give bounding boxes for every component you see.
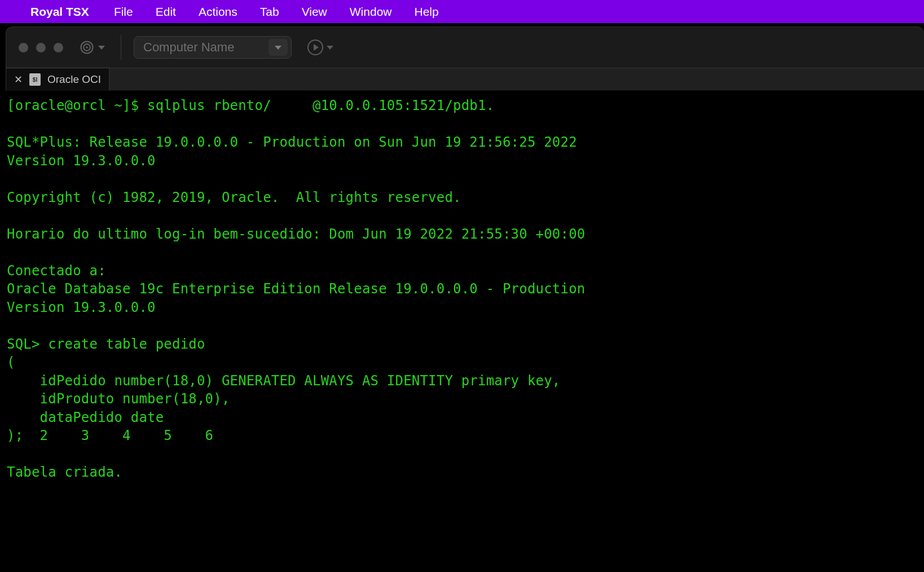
terminal-line: Conectado a: <box>7 262 918 280</box>
traffic-lights <box>19 43 63 52</box>
terminal-line: Horario do ultimo log-in bem-sucedido: D… <box>7 225 918 244</box>
close-tab-icon[interactable]: ✕ <box>14 74 23 85</box>
tab-oracle-oci[interactable]: ✕ $I Oracle OCI <box>6 68 109 91</box>
terminal-line: Version 19.3.0.0.0 <box>7 298 918 317</box>
minimize-window-button[interactable] <box>36 43 46 52</box>
terminal-line: SQL> create table pedido <box>7 335 918 354</box>
terminal-line <box>7 170 918 188</box>
terminal-line: Tabela criada. <box>7 463 918 482</box>
menubar: Royal TSX File Edit Actions Tab View Win… <box>0 0 924 23</box>
menu-file[interactable]: File <box>105 5 142 19</box>
target-icon <box>79 39 95 55</box>
computer-name-field[interactable]: Computer Name <box>134 36 292 59</box>
terminal-line <box>7 115 918 134</box>
terminal-line: idPedido number(18,0) GENERATED ALWAYS A… <box>7 372 918 390</box>
window-area: Computer Name ✕ $I Oracle OCI <box>0 27 924 572</box>
terminal-line: Copyright (c) 1982, 2019, Oracle. All ri… <box>7 188 918 207</box>
window-toolbar: Computer Name <box>6 27 924 68</box>
terminal-line: ( <box>7 353 918 372</box>
computer-name-dropdown-button[interactable] <box>269 39 288 56</box>
terminal-line: [oracle@orcl ~]$ sqlplus rbento/ @10.0.0… <box>7 96 918 115</box>
terminal-line <box>7 445 918 464</box>
toolbar-divider <box>121 35 121 60</box>
terminal-line: SQL*Plus: Release 19.0.0.0.0 - Productio… <box>7 133 918 152</box>
terminal-output[interactable]: [oracle@orcl ~]$ sqlplus rbento/ @10.0.0… <box>0 91 924 572</box>
tab-bar-empty <box>109 68 924 91</box>
terminal-line: Oracle Database 19c Enterprise Edition R… <box>7 280 918 298</box>
menu-view[interactable]: View <box>293 5 336 19</box>
chevron-down-icon <box>275 46 281 50</box>
computer-name-placeholder: Computer Name <box>143 40 234 55</box>
terminal-line: Version 19.3.0.0.0 <box>7 152 918 170</box>
chevron-down-icon <box>98 46 105 50</box>
svg-point-2 <box>86 46 88 49</box>
tab-bar: ✕ $I Oracle OCI <box>6 68 924 91</box>
menu-edit[interactable]: Edit <box>147 5 185 19</box>
play-icon <box>307 39 323 55</box>
menu-tab[interactable]: Tab <box>251 5 288 19</box>
menu-window[interactable]: Window <box>341 5 401 19</box>
zoom-window-button[interactable] <box>54 43 63 52</box>
target-dropdown-button[interactable] <box>79 39 105 55</box>
terminal-line: idProduto number(18,0), <box>7 390 918 408</box>
terminal-line <box>7 316 918 335</box>
terminal-line: dataPedido date <box>7 408 918 427</box>
close-window-button[interactable] <box>19 43 28 52</box>
app-name[interactable]: Royal TSX <box>28 5 100 19</box>
terminal-line <box>7 243 918 262</box>
terminal-line <box>7 206 918 225</box>
terminal-doc-icon: $I <box>29 73 41 86</box>
menu-actions[interactable]: Actions <box>190 5 247 19</box>
chevron-down-icon <box>327 46 333 50</box>
connect-dropdown-button[interactable] <box>307 39 333 55</box>
tab-label: Oracle OCI <box>47 73 101 86</box>
menu-help[interactable]: Help <box>405 5 447 19</box>
terminal-line: ); 2 3 4 5 6 <box>7 426 918 445</box>
